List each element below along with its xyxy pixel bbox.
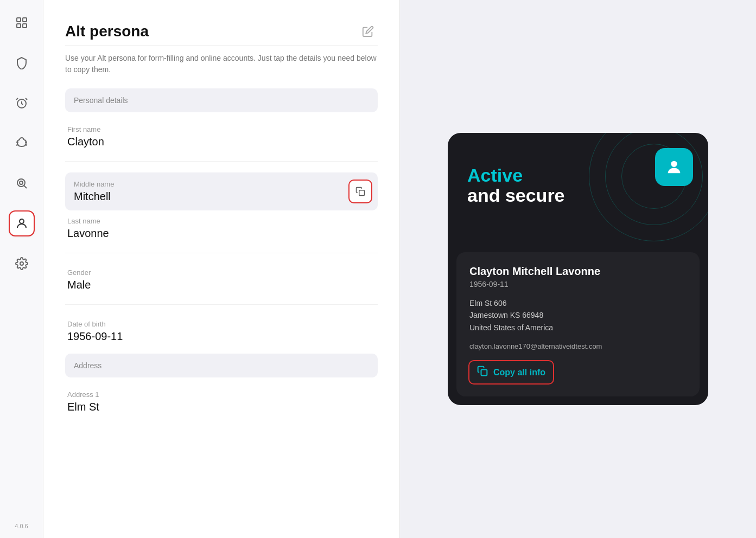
divider-2 (65, 253, 378, 253)
page-title: Alt persona (65, 23, 149, 40)
card-address-line2: Jamestown KS 66948 (469, 309, 687, 321)
last-name-value[interactable]: Lavonne (67, 227, 376, 240)
card-email: clayton.lavonne170@alternativeidtest.com (469, 342, 687, 350)
svg-line-11 (24, 185, 27, 188)
middle-name-label: Middle name (74, 180, 369, 188)
section-personal-details: Personal details (65, 88, 378, 112)
card-info-section: Clayton Mitchell Lavonne 1956-09-11 Elm … (456, 252, 700, 396)
card-address-line3: United States of America (469, 322, 687, 334)
svg-rect-2 (17, 24, 21, 28)
copy-all-button[interactable]: Copy all info (469, 361, 553, 383)
page-header: Alt persona (65, 0, 378, 46)
field-first-name: First name Clayton (65, 121, 378, 159)
card-address: Elm St 606 Jamestown KS 66948 United Sta… (469, 297, 687, 334)
card-top: Active and secure (448, 133, 708, 252)
dob-label: Date of birth (67, 320, 376, 328)
field-gender: Gender Male (65, 264, 378, 302)
svg-rect-0 (17, 18, 21, 22)
sidebar-item-persona[interactable] (10, 212, 34, 235)
copy-all-label: Copy all info (493, 368, 545, 377)
edit-button[interactable] (358, 22, 378, 41)
page-description: Use your Alt persona for form-filling an… (65, 46, 378, 88)
divider-1 (65, 161, 378, 162)
svg-point-9 (17, 179, 25, 187)
divider-3 (65, 304, 378, 305)
sidebar-item-bug[interactable] (10, 131, 34, 155)
svg-point-15 (671, 161, 677, 167)
svg-rect-3 (23, 24, 27, 28)
main-panel: Alt persona Use your Alt persona for for… (43, 0, 400, 538)
svg-rect-16 (481, 370, 487, 376)
card-dob: 1956-09-11 (469, 280, 687, 289)
middle-name-value[interactable]: Mitchell (74, 190, 369, 203)
field-middle-name: Middle name Mitchell (65, 172, 378, 210)
field-address1: Address 1 Elm St (65, 386, 378, 424)
first-name-value[interactable]: Clayton (67, 136, 376, 148)
last-name-label: Last name (67, 217, 376, 225)
section-address: Address (65, 354, 378, 377)
card-avatar (655, 148, 693, 186)
sidebar-item-search[interactable] (10, 171, 34, 195)
sidebar-item-settings[interactable] (10, 252, 34, 276)
address1-label: Address 1 (67, 390, 376, 399)
svg-point-10 (20, 181, 23, 184)
copy-middle-name-button[interactable] (350, 181, 371, 202)
copy-all-icon (477, 366, 488, 379)
first-name-label: First name (67, 125, 376, 133)
app-version: 4.0.6 (15, 523, 28, 529)
field-dob: Date of birth 1956-09-11 (65, 316, 378, 354)
dob-value[interactable]: 1956-09-11 (67, 330, 376, 343)
sidebar-item-grid[interactable] (10, 11, 34, 35)
right-panel: Active and secure Clayton Mitchell Lavon… (400, 0, 756, 538)
id-card: Active and secure Clayton Mitchell Lavon… (448, 133, 708, 405)
sidebar-item-shield[interactable] (10, 51, 34, 75)
svg-rect-14 (359, 190, 365, 196)
svg-rect-1 (23, 18, 27, 22)
sidebar-item-alert[interactable] (10, 91, 34, 115)
svg-point-13 (20, 262, 23, 265)
svg-point-12 (20, 219, 24, 223)
sidebar: 4.0.6 (0, 0, 43, 538)
gender-value[interactable]: Male (67, 279, 376, 291)
gender-label: Gender (67, 268, 376, 277)
card-full-name: Clayton Mitchell Lavonne (469, 265, 687, 278)
address1-value[interactable]: Elm St (67, 401, 376, 413)
field-last-name: Last name Lavonne (65, 213, 378, 251)
card-address-line1: Elm St 606 (469, 297, 687, 309)
